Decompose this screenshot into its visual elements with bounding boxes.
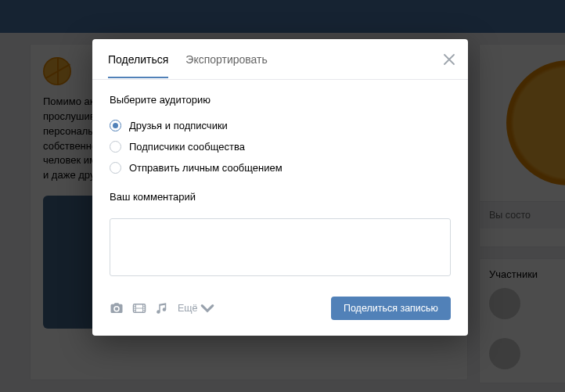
option-label: Отправить личным сообщением: [129, 162, 282, 174]
photo-icon[interactable]: [110, 301, 124, 315]
more-attachments[interactable]: Ещё: [178, 301, 214, 315]
tab-export[interactable]: Экспортировать: [185, 40, 267, 78]
comment-textarea[interactable]: [110, 218, 451, 276]
close-icon: [444, 54, 455, 65]
chevron-down-icon: [200, 301, 214, 315]
option-private-message[interactable]: Отправить личным сообщением: [110, 157, 451, 178]
radio-icon: [110, 141, 121, 153]
music-icon[interactable]: [155, 301, 169, 315]
comment-block: Ваш комментарий: [110, 191, 451, 279]
comment-label: Ваш комментарий: [110, 191, 451, 203]
close-button[interactable]: [441, 52, 457, 67]
tab-share[interactable]: Поделиться: [108, 40, 168, 78]
option-friends[interactable]: Друзья и подписчики: [110, 115, 451, 136]
option-community[interactable]: Подписчики сообщества: [110, 136, 451, 157]
option-label: Друзья и подписчики: [129, 120, 228, 131]
share-submit-button[interactable]: Поделиться записью: [331, 297, 451, 320]
video-icon[interactable]: [132, 301, 146, 315]
radio-icon: [110, 120, 121, 131]
modal-body: Выберите аудиторию Друзья и подписчики П…: [92, 80, 468, 286]
modal-footer: Ещё Поделиться записью: [92, 286, 468, 336]
radio-icon: [110, 162, 121, 174]
option-label: Подписчики сообщества: [129, 141, 245, 153]
audience-label: Выберите аудиторию: [110, 94, 451, 106]
modal-tabs: Поделиться Экспортировать: [92, 39, 468, 80]
attachment-icons: Ещё: [110, 301, 214, 315]
more-label: Ещё: [178, 303, 198, 314]
share-modal: Поделиться Экспортировать Выберите аудит…: [92, 39, 468, 336]
